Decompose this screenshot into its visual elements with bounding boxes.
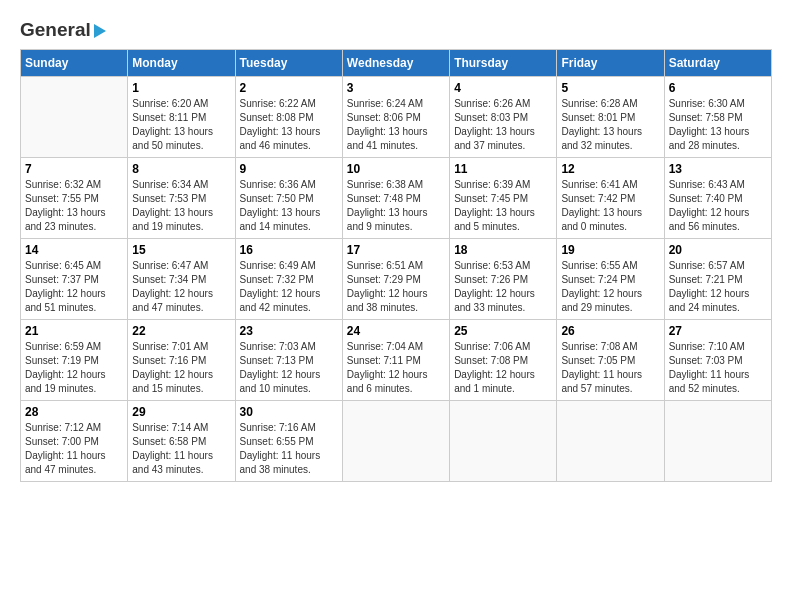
day-info: Sunrise: 6:59 AMSunset: 7:19 PMDaylight:… — [25, 340, 123, 396]
day-info: Sunrise: 7:12 AMSunset: 7:00 PMDaylight:… — [25, 421, 123, 477]
calendar-cell: 16Sunrise: 6:49 AMSunset: 7:32 PMDayligh… — [235, 238, 342, 319]
day-info: Sunrise: 7:01 AMSunset: 7:16 PMDaylight:… — [132, 340, 230, 396]
day-number: 10 — [347, 162, 445, 176]
day-info: Sunrise: 6:39 AMSunset: 7:45 PMDaylight:… — [454, 178, 552, 234]
calendar-table: SundayMondayTuesdayWednesdayThursdayFrid… — [20, 49, 772, 482]
calendar-cell: 8Sunrise: 6:34 AMSunset: 7:53 PMDaylight… — [128, 157, 235, 238]
day-info: Sunrise: 7:10 AMSunset: 7:03 PMDaylight:… — [669, 340, 767, 396]
day-info: Sunrise: 6:28 AMSunset: 8:01 PMDaylight:… — [561, 97, 659, 153]
day-info: Sunrise: 6:53 AMSunset: 7:26 PMDaylight:… — [454, 259, 552, 315]
calendar-cell: 14Sunrise: 6:45 AMSunset: 7:37 PMDayligh… — [21, 238, 128, 319]
day-number: 23 — [240, 324, 338, 338]
calendar-cell: 18Sunrise: 6:53 AMSunset: 7:26 PMDayligh… — [450, 238, 557, 319]
day-info: Sunrise: 6:20 AMSunset: 8:11 PMDaylight:… — [132, 97, 230, 153]
calendar-cell: 12Sunrise: 6:41 AMSunset: 7:42 PMDayligh… — [557, 157, 664, 238]
calendar-cell: 3Sunrise: 6:24 AMSunset: 8:06 PMDaylight… — [342, 76, 449, 157]
day-number: 17 — [347, 243, 445, 257]
day-info: Sunrise: 6:22 AMSunset: 8:08 PMDaylight:… — [240, 97, 338, 153]
day-number: 29 — [132, 405, 230, 419]
calendar-cell: 27Sunrise: 7:10 AMSunset: 7:03 PMDayligh… — [664, 319, 771, 400]
calendar-cell: 30Sunrise: 7:16 AMSunset: 6:55 PMDayligh… — [235, 400, 342, 481]
day-number: 5 — [561, 81, 659, 95]
day-info: Sunrise: 6:47 AMSunset: 7:34 PMDaylight:… — [132, 259, 230, 315]
logo-general: General — [20, 20, 106, 41]
calendar-cell — [450, 400, 557, 481]
weekday-header: Friday — [557, 49, 664, 76]
calendar-cell: 21Sunrise: 6:59 AMSunset: 7:19 PMDayligh… — [21, 319, 128, 400]
day-info: Sunrise: 6:26 AMSunset: 8:03 PMDaylight:… — [454, 97, 552, 153]
day-number: 9 — [240, 162, 338, 176]
day-info: Sunrise: 7:08 AMSunset: 7:05 PMDaylight:… — [561, 340, 659, 396]
day-number: 2 — [240, 81, 338, 95]
calendar-cell: 1Sunrise: 6:20 AMSunset: 8:11 PMDaylight… — [128, 76, 235, 157]
day-info: Sunrise: 7:14 AMSunset: 6:58 PMDaylight:… — [132, 421, 230, 477]
calendar-cell — [557, 400, 664, 481]
day-number: 27 — [669, 324, 767, 338]
day-number: 16 — [240, 243, 338, 257]
calendar-header-row: SundayMondayTuesdayWednesdayThursdayFrid… — [21, 49, 772, 76]
calendar-cell: 28Sunrise: 7:12 AMSunset: 7:00 PMDayligh… — [21, 400, 128, 481]
day-number: 28 — [25, 405, 123, 419]
day-info: Sunrise: 6:34 AMSunset: 7:53 PMDaylight:… — [132, 178, 230, 234]
day-number: 1 — [132, 81, 230, 95]
day-info: Sunrise: 6:51 AMSunset: 7:29 PMDaylight:… — [347, 259, 445, 315]
calendar-cell: 7Sunrise: 6:32 AMSunset: 7:55 PMDaylight… — [21, 157, 128, 238]
calendar-cell: 15Sunrise: 6:47 AMSunset: 7:34 PMDayligh… — [128, 238, 235, 319]
day-info: Sunrise: 6:45 AMSunset: 7:37 PMDaylight:… — [25, 259, 123, 315]
calendar-cell: 20Sunrise: 6:57 AMSunset: 7:21 PMDayligh… — [664, 238, 771, 319]
calendar-cell: 11Sunrise: 6:39 AMSunset: 7:45 PMDayligh… — [450, 157, 557, 238]
calendar-cell: 10Sunrise: 6:38 AMSunset: 7:48 PMDayligh… — [342, 157, 449, 238]
day-number: 7 — [25, 162, 123, 176]
day-number: 24 — [347, 324, 445, 338]
day-number: 15 — [132, 243, 230, 257]
calendar-cell — [342, 400, 449, 481]
day-info: Sunrise: 6:43 AMSunset: 7:40 PMDaylight:… — [669, 178, 767, 234]
day-info: Sunrise: 6:55 AMSunset: 7:24 PMDaylight:… — [561, 259, 659, 315]
day-info: Sunrise: 6:36 AMSunset: 7:50 PMDaylight:… — [240, 178, 338, 234]
calendar-week-row: 21Sunrise: 6:59 AMSunset: 7:19 PMDayligh… — [21, 319, 772, 400]
day-info: Sunrise: 7:03 AMSunset: 7:13 PMDaylight:… — [240, 340, 338, 396]
calendar-cell: 25Sunrise: 7:06 AMSunset: 7:08 PMDayligh… — [450, 319, 557, 400]
page-header: General — [20, 20, 772, 39]
day-number: 12 — [561, 162, 659, 176]
calendar-cell — [664, 400, 771, 481]
day-number: 6 — [669, 81, 767, 95]
calendar-week-row: 1Sunrise: 6:20 AMSunset: 8:11 PMDaylight… — [21, 76, 772, 157]
calendar-cell: 5Sunrise: 6:28 AMSunset: 8:01 PMDaylight… — [557, 76, 664, 157]
calendar-cell: 4Sunrise: 6:26 AMSunset: 8:03 PMDaylight… — [450, 76, 557, 157]
day-number: 4 — [454, 81, 552, 95]
day-info: Sunrise: 6:38 AMSunset: 7:48 PMDaylight:… — [347, 178, 445, 234]
calendar-cell: 2Sunrise: 6:22 AMSunset: 8:08 PMDaylight… — [235, 76, 342, 157]
day-info: Sunrise: 6:49 AMSunset: 7:32 PMDaylight:… — [240, 259, 338, 315]
day-number: 13 — [669, 162, 767, 176]
weekday-header: Tuesday — [235, 49, 342, 76]
calendar-cell: 17Sunrise: 6:51 AMSunset: 7:29 PMDayligh… — [342, 238, 449, 319]
day-number: 20 — [669, 243, 767, 257]
day-number: 19 — [561, 243, 659, 257]
calendar-cell: 26Sunrise: 7:08 AMSunset: 7:05 PMDayligh… — [557, 319, 664, 400]
weekday-header: Wednesday — [342, 49, 449, 76]
calendar-cell: 29Sunrise: 7:14 AMSunset: 6:58 PMDayligh… — [128, 400, 235, 481]
weekday-header: Thursday — [450, 49, 557, 76]
day-number: 18 — [454, 243, 552, 257]
calendar-cell: 9Sunrise: 6:36 AMSunset: 7:50 PMDaylight… — [235, 157, 342, 238]
calendar-cell: 23Sunrise: 7:03 AMSunset: 7:13 PMDayligh… — [235, 319, 342, 400]
day-info: Sunrise: 6:30 AMSunset: 7:58 PMDaylight:… — [669, 97, 767, 153]
day-info: Sunrise: 7:16 AMSunset: 6:55 PMDaylight:… — [240, 421, 338, 477]
day-number: 22 — [132, 324, 230, 338]
calendar-cell: 13Sunrise: 6:43 AMSunset: 7:40 PMDayligh… — [664, 157, 771, 238]
weekday-header: Sunday — [21, 49, 128, 76]
calendar-cell — [21, 76, 128, 157]
day-number: 26 — [561, 324, 659, 338]
day-info: Sunrise: 6:32 AMSunset: 7:55 PMDaylight:… — [25, 178, 123, 234]
day-number: 14 — [25, 243, 123, 257]
calendar-week-row: 7Sunrise: 6:32 AMSunset: 7:55 PMDaylight… — [21, 157, 772, 238]
day-number: 3 — [347, 81, 445, 95]
day-info: Sunrise: 6:57 AMSunset: 7:21 PMDaylight:… — [669, 259, 767, 315]
day-number: 8 — [132, 162, 230, 176]
day-number: 25 — [454, 324, 552, 338]
day-info: Sunrise: 7:06 AMSunset: 7:08 PMDaylight:… — [454, 340, 552, 396]
weekday-header: Saturday — [664, 49, 771, 76]
calendar-cell: 24Sunrise: 7:04 AMSunset: 7:11 PMDayligh… — [342, 319, 449, 400]
day-number: 30 — [240, 405, 338, 419]
